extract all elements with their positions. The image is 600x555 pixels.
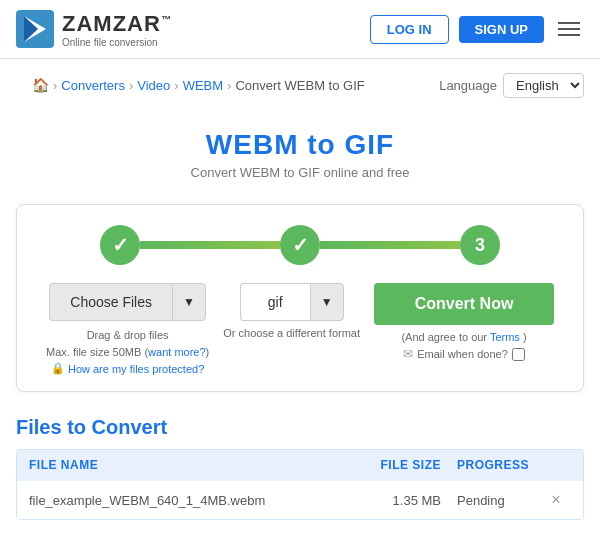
actions-row: Choose Files ▼ Drag & drop files Max. fi… — [37, 283, 563, 375]
col-action-header — [541, 458, 571, 472]
format-select-row: gif ▼ — [240, 283, 344, 321]
format-display: gif — [240, 283, 310, 321]
file-size: 1.35 MB — [361, 493, 441, 508]
convert-now-button[interactable]: Convert Now — [374, 283, 554, 325]
col-progress-header: PROGRESS — [441, 458, 541, 472]
header-actions: LOG IN SIGN UP — [370, 15, 584, 44]
choose-files-btn-row: Choose Files ▼ — [49, 283, 206, 321]
hero-subtitle: Convert WEBM to GIF online and free — [16, 165, 584, 180]
protected-link[interactable]: 🔒 How are my files protected? — [51, 362, 204, 375]
choose-files-arrow-button[interactable]: ▼ — [172, 283, 206, 321]
choose-files-hint: Drag & drop files Max. file size 50MB (w… — [46, 327, 209, 360]
step-1-check: ✓ — [112, 233, 129, 257]
col-size-header: FILE SIZE — [361, 458, 441, 472]
conversion-card: ✓ ✓ 3 Choose Files ▼ Drag & drop files M… — [16, 204, 584, 392]
step-3-label: 3 — [475, 235, 485, 256]
breadcrumb-current: Convert WEBM to GIF — [235, 78, 364, 93]
steps-row: ✓ ✓ 3 — [37, 225, 563, 265]
hamburger-line2 — [558, 28, 580, 30]
format-hint: Or choose a different format — [223, 327, 360, 339]
file-remove-button[interactable]: × — [541, 491, 571, 509]
format-group: gif ▼ Or choose a different format — [223, 283, 360, 339]
language-select[interactable]: English — [503, 73, 584, 98]
step-line-2 — [320, 241, 460, 249]
choose-files-button[interactable]: Choose Files — [49, 283, 172, 321]
home-icon: 🏠 — [32, 77, 49, 93]
convert-group: Convert Now (And agree to our Terms ) ✉ … — [374, 283, 554, 361]
choose-files-group: Choose Files ▼ Drag & drop files Max. fi… — [46, 283, 209, 375]
drag-hint-line2: Max. file size 50MB — [46, 346, 141, 358]
email-icon: ✉ — [403, 347, 413, 361]
hamburger-line1 — [558, 22, 580, 24]
logo-icon — [16, 10, 54, 48]
col-name-header: FILE NAME — [29, 458, 361, 472]
signup-button[interactable]: SIGN UP — [459, 16, 544, 43]
hero-section: WEBM to GIF Convert WEBM to GIF online a… — [0, 111, 600, 190]
language-area: Language English — [439, 73, 584, 98]
want-more-link[interactable]: want more? — [148, 346, 205, 358]
table-row: file_example_WEBM_640_1_4MB.webm 1.35 MB… — [17, 480, 583, 519]
step-3-circle: 3 — [460, 225, 500, 265]
logo-area: ZAMZAR™ Online file conversion — [16, 10, 172, 48]
breadcrumb-video[interactable]: Video — [137, 78, 170, 93]
hamburger-menu[interactable] — [554, 18, 584, 40]
convert-terms: (And agree to our Terms ) — [401, 331, 526, 343]
email-label: Email when done? — [417, 348, 508, 360]
terms-link[interactable]: Terms — [490, 331, 520, 343]
drag-hint-line1: Drag & drop files — [87, 329, 169, 341]
step-2-check: ✓ — [292, 233, 309, 257]
lock-icon: 🔒 — [51, 362, 65, 375]
breadcrumb-row: 🏠 › Converters › Video › WEBM › Convert … — [0, 59, 600, 111]
step-line-1 — [140, 241, 280, 249]
step-1-circle: ✓ — [100, 225, 140, 265]
hamburger-line3 — [558, 34, 580, 36]
email-row: ✉ Email when done? — [403, 347, 525, 361]
login-button[interactable]: LOG IN — [370, 15, 449, 44]
breadcrumb-converters[interactable]: Converters — [61, 78, 125, 93]
breadcrumb: 🏠 › Converters › Video › WEBM › Convert … — [16, 67, 381, 103]
logo-name: ZAMZAR™ — [62, 11, 172, 37]
logo-subtitle: Online file conversion — [62, 37, 172, 48]
files-title: Files to Convert — [16, 416, 584, 439]
step-2-circle: ✓ — [280, 225, 320, 265]
logo-text: ZAMZAR™ Online file conversion — [62, 11, 172, 48]
files-table-header: FILE NAME FILE SIZE PROGRESS — [17, 450, 583, 480]
format-arrow-button[interactable]: ▼ — [310, 283, 344, 321]
language-label: Language — [439, 78, 497, 93]
breadcrumb-webm[interactable]: WEBM — [183, 78, 223, 93]
file-progress: Pending — [441, 493, 541, 508]
hero-title: WEBM to GIF — [16, 129, 584, 161]
header: ZAMZAR™ Online file conversion LOG IN SI… — [0, 0, 600, 59]
file-name: file_example_WEBM_640_1_4MB.webm — [29, 493, 361, 508]
email-checkbox[interactable] — [512, 348, 525, 361]
files-section: Files to Convert FILE NAME FILE SIZE PRO… — [0, 406, 600, 536]
files-table: FILE NAME FILE SIZE PROGRESS file_exampl… — [16, 449, 584, 520]
